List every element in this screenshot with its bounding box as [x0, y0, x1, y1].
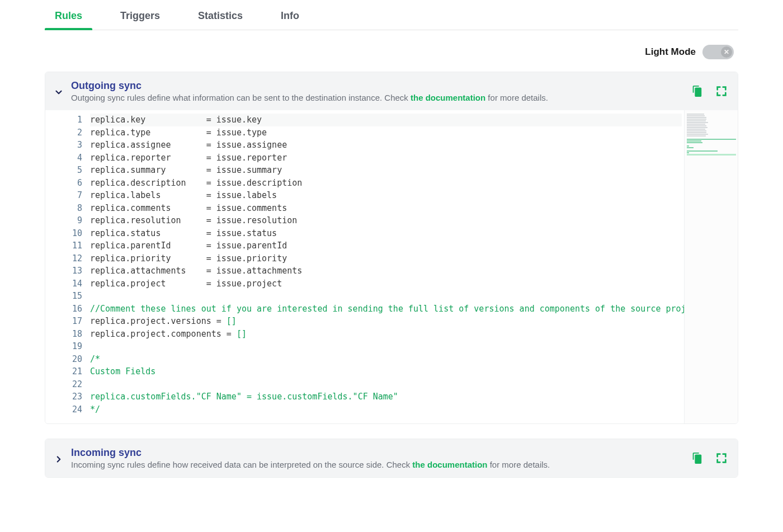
light-mode-toggle[interactable]: ✕ — [702, 45, 734, 59]
outgoing-sync-panel: Outgoing sync Outgoing sync rules define… — [45, 72, 738, 424]
minimap[interactable] — [684, 110, 738, 423]
incoming-doc-link[interactable]: the documentation — [412, 460, 487, 469]
fullscreen-icon[interactable] — [715, 85, 728, 97]
chevron-down-icon[interactable] — [53, 87, 64, 98]
incoming-sync-title: Incoming sync — [71, 447, 684, 459]
copy-icon[interactable] — [691, 85, 703, 97]
tab-bar: Rules Triggers Statistics Info — [45, 0, 738, 30]
outgoing-doc-link[interactable]: the documentation — [411, 93, 485, 102]
tab-triggers[interactable]: Triggers — [114, 0, 167, 30]
light-mode-label: Light Mode — [645, 46, 696, 58]
outgoing-sync-title: Outgoing sync — [71, 80, 684, 92]
fullscreen-icon[interactable] — [715, 452, 728, 464]
tab-rules[interactable]: Rules — [48, 0, 89, 30]
copy-icon[interactable] — [691, 452, 703, 464]
chevron-right-icon[interactable] — [53, 454, 64, 465]
outgoing-code-editor[interactable]: 123456789101112131415161718192021222324 … — [45, 110, 738, 423]
close-icon: ✕ — [721, 46, 732, 58]
incoming-sync-panel: Incoming sync Incoming sync rules define… — [45, 439, 738, 478]
incoming-sync-description: Incoming sync rules define how received … — [71, 460, 684, 469]
outgoing-sync-description: Outgoing sync rules define what informat… — [71, 93, 684, 102]
tab-statistics[interactable]: Statistics — [191, 0, 249, 30]
tab-info[interactable]: Info — [274, 0, 306, 30]
